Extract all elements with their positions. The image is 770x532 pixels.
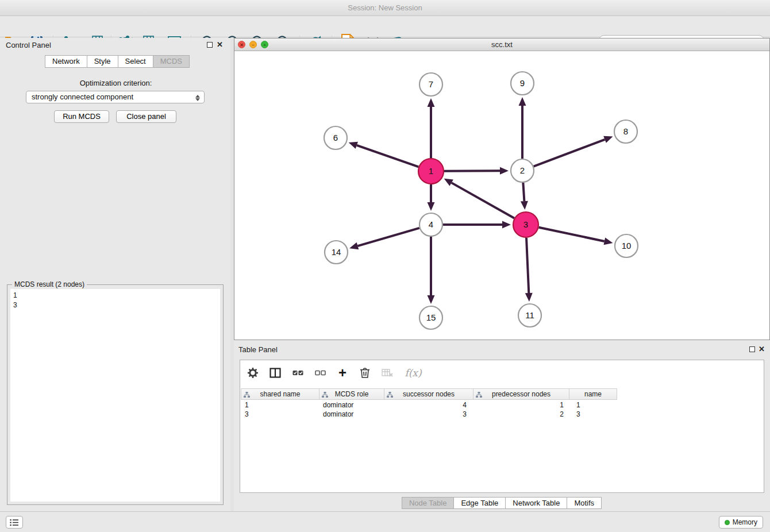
cell-name[interactable]: 3 <box>571 410 619 419</box>
graph-arrowhead <box>349 142 358 149</box>
tab-network-table[interactable]: Network Table <box>505 497 567 509</box>
tab-select[interactable]: Select <box>118 55 153 68</box>
graph-arrowhead <box>428 295 435 304</box>
clear-table-icon <box>382 368 393 377</box>
graph-edge-4-14[interactable] <box>357 228 419 246</box>
float-panel-icon[interactable] <box>749 346 755 352</box>
svg-text:4: 4 <box>429 219 433 229</box>
memory-label: Memory <box>733 518 757 526</box>
table-panel-title: Table Panel <box>238 345 278 354</box>
graph-arrowhead <box>603 238 613 245</box>
graph-edge-2-3[interactable] <box>523 183 524 201</box>
svg-text:3: 3 <box>523 219 528 229</box>
graph-node-14[interactable]: 14 <box>325 241 348 264</box>
main-toolbar <box>0 16 770 37</box>
close-panel-icon[interactable]: ✕ <box>759 345 765 354</box>
graph-edge-1-6[interactable] <box>357 145 418 167</box>
table-panel: Table Panel ✕ <box>234 342 770 511</box>
graph-node-3[interactable]: 3 <box>513 212 538 237</box>
close-panel-icon[interactable]: ✕ <box>217 40 223 49</box>
svg-text:6: 6 <box>333 133 338 142</box>
delete-rows-button[interactable] <box>359 366 371 380</box>
close-window-icon[interactable]: ✕ <box>238 41 245 48</box>
task-history-button[interactable] <box>6 516 23 529</box>
apply-function-button[interactable]: f(x) <box>403 366 423 380</box>
graph-edge-2-8[interactable] <box>534 140 605 167</box>
graph-node-11[interactable]: 11 <box>518 304 541 327</box>
graph-arrowhead <box>428 98 435 107</box>
plus-icon: + <box>338 367 346 379</box>
close-panel-button[interactable]: Close panel <box>116 110 176 123</box>
column-label: predecessor nodes <box>492 390 550 398</box>
select-all-button[interactable] <box>291 366 304 380</box>
graph-node-2[interactable]: 2 <box>511 159 534 182</box>
graph-node-10[interactable]: 10 <box>615 234 638 257</box>
attribute-icon <box>476 392 482 398</box>
graph-node-6[interactable]: 6 <box>324 126 347 149</box>
column-header-predecessor-nodes[interactable]: predecessor nodes <box>473 388 569 400</box>
table-options-button[interactable] <box>247 366 259 380</box>
run-mcds-button[interactable]: Run MCDS <box>54 110 109 123</box>
column-header-shared-name[interactable]: shared name <box>241 388 319 400</box>
tab-node-table[interactable]: Node Table <box>402 497 455 509</box>
graph-node-7[interactable]: 7 <box>419 73 442 96</box>
svg-text:1: 1 <box>429 166 433 176</box>
column-header-successor-nodes[interactable]: successor nodes <box>384 388 473 400</box>
control-panel-tabs: Network Style Select MCDS <box>45 55 190 68</box>
column-label: shared name <box>260 390 300 398</box>
cell-successor-nodes[interactable]: 3 <box>385 410 475 419</box>
svg-text:14: 14 <box>332 247 341 257</box>
graph-edge-1-2[interactable] <box>444 171 500 171</box>
float-panel-icon[interactable] <box>207 42 213 48</box>
graph-edge-3-10[interactable] <box>539 228 605 241</box>
list-icon <box>10 519 19 526</box>
control-panel: Control Panel ✕ Network Style Select MCD… <box>1 38 230 511</box>
add-row-button[interactable]: + <box>336 366 349 380</box>
table-row[interactable]: 1 dominator 4 1 1 <box>241 400 619 410</box>
graph-node-8[interactable]: 8 <box>614 120 637 143</box>
column-header-mcds-role[interactable]: MCDS role <box>319 388 384 400</box>
graph-node-1[interactable]: 1 <box>418 159 444 184</box>
minimize-window-icon[interactable]: − <box>249 41 257 48</box>
show-columns-button[interactable] <box>269 366 282 380</box>
graph-edge-3-1[interactable] <box>452 183 514 218</box>
maximize-window-icon[interactable]: + <box>261 41 268 48</box>
cell-shared-name[interactable]: 3 <box>241 410 319 419</box>
clear-table-button[interactable] <box>381 366 394 380</box>
column-label: name <box>584 390 602 398</box>
cell-successor-nodes[interactable]: 4 <box>385 400 475 410</box>
svg-text:8: 8 <box>623 126 628 136</box>
graph-node-4[interactable]: 4 <box>419 213 442 236</box>
graph-arrowhead <box>502 221 511 229</box>
window-title: Session: New Session <box>348 3 422 12</box>
graph-node-9[interactable]: 9 <box>511 72 534 95</box>
column-header-name[interactable]: name <box>569 388 617 400</box>
tab-style[interactable]: Style <box>87 55 118 68</box>
tab-motifs[interactable]: Motifs <box>567 497 602 509</box>
graph-arrowhead <box>525 293 533 302</box>
cell-shared-name[interactable]: 1 <box>241 400 319 410</box>
tab-mcds[interactable]: MCDS <box>153 55 190 68</box>
graph-arrowhead <box>428 202 435 211</box>
graph-node-15[interactable]: 15 <box>419 306 442 329</box>
graph-edge-3-11[interactable] <box>526 238 529 293</box>
table-row[interactable]: 3 dominator 3 2 3 <box>241 410 619 419</box>
column-label: successor nodes <box>403 390 455 398</box>
cell-name[interactable]: 1 <box>571 400 619 410</box>
tab-network[interactable]: Network <box>45 55 87 68</box>
control-panel-title: Control Panel <box>6 41 51 49</box>
cell-mcds-role[interactable]: dominator <box>319 400 385 410</box>
unselect-all-button[interactable] <box>314 366 326 380</box>
cell-mcds-role[interactable]: dominator <box>319 410 385 419</box>
function-icon: f(x) <box>405 367 421 379</box>
attribute-icon <box>244 392 250 398</box>
tab-edge-table[interactable]: Edge Table <box>453 497 506 509</box>
network-canvas[interactable]: 1234678910111415 <box>234 51 769 340</box>
mcds-result-group: MCDS result (2 nodes) 1 3 <box>7 284 224 505</box>
cell-predecessor-nodes[interactable]: 2 <box>475 410 571 419</box>
memory-button[interactable]: Memory <box>719 516 763 529</box>
window-titlebar: Session: New Session <box>0 0 770 16</box>
criterion-select[interactable]: strongly connected component <box>26 91 205 103</box>
cell-predecessor-nodes[interactable]: 1 <box>475 400 571 410</box>
mcds-result-list[interactable]: 1 3 <box>10 289 220 502</box>
